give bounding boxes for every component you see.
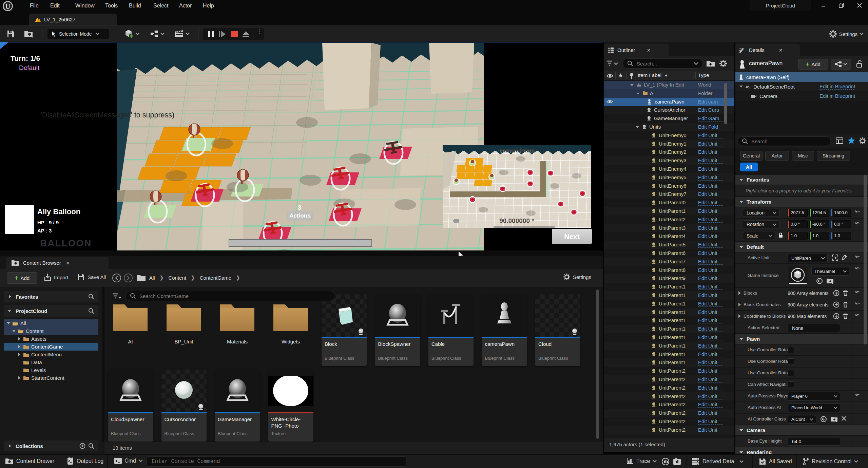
reset-to-default-icon[interactable]	[855, 290, 861, 295]
edit-blueprint-link[interactable]: Edit Unit	[698, 410, 723, 416]
snapshot-icon[interactable]	[673, 457, 682, 466]
section-header-default[interactable]: Default	[735, 242, 868, 252]
section-header-transform[interactable]: Transform	[735, 197, 868, 207]
viewport[interactable]: 'DisableAllScreenMessages' to suppress) …	[0, 42, 603, 256]
pin-column-icon[interactable]	[629, 73, 634, 79]
forward-button[interactable]	[123, 273, 133, 283]
play-options-kebab-icon[interactable]: ⋮	[256, 30, 262, 33]
outliner-row-a[interactable]: AFolder	[604, 89, 734, 98]
edit-blueprint-link[interactable]: Edit Unit	[698, 385, 723, 391]
transform-scale-y[interactable]: 1.0	[809, 232, 829, 240]
outliner-row-unitparent1[interactable]: UnitParent1Edit Unit	[604, 358, 734, 367]
edit-blueprint-link[interactable]: Edit cam	[698, 99, 723, 105]
edit-blueprint-link[interactable]: Edit Unit	[698, 418, 723, 425]
favorites-star-icon[interactable]	[847, 137, 855, 145]
edit-blueprint-link[interactable]: Edit Fold	[698, 124, 723, 130]
next-button[interactable]: Next	[552, 229, 592, 244]
reset-to-default-icon[interactable]	[855, 266, 861, 272]
edit-blueprint-link[interactable]: Edit Unit	[698, 351, 723, 357]
outliner-row-unitenemy1[interactable]: UnitEnemy1Edit Unit	[604, 140, 734, 148]
filter-chip-general[interactable]: General	[740, 151, 763, 161]
edit-blueprint-link[interactable]: Edit Unit	[698, 427, 723, 433]
menu-select[interactable]: Select	[153, 3, 168, 9]
outliner-row-units[interactable]: UnitsEdit Fold	[604, 123, 734, 131]
browse-to-asset-icon[interactable]	[830, 416, 838, 422]
select-actor-icon[interactable]	[832, 254, 838, 261]
active-unit-dropdown[interactable]: UnitParen	[788, 254, 828, 262]
ai-controller-class-dropdown[interactable]: AICont	[788, 415, 816, 424]
asset-card-cloudspawner[interactable]: CloudSpawnerBlueprint Class	[108, 370, 153, 442]
asset-card-gamemanager[interactable]: GameManagerBlueprint Class	[215, 370, 260, 442]
outliner-row-cursoranchor[interactable]: CursorAnchorEdit Curs	[604, 106, 734, 114]
edit-in-blueprint-link[interactable]: Edit in Blueprint	[819, 83, 855, 90]
outliner-row-unitparent7[interactable]: UnitParent7Edit Unit	[604, 258, 734, 266]
add-button[interactable]: + Add	[7, 272, 37, 284]
derived-data-button[interactable]: Derived Data	[691, 457, 744, 466]
breadcrumb-contentgame[interactable]: ContentGame	[200, 275, 231, 281]
outliner-row-unitparent3[interactable]: UnitParent3Edit Unit	[604, 224, 734, 232]
folder-widgets[interactable]: Widgets	[268, 298, 313, 371]
checkbox[interactable]	[788, 381, 794, 388]
outliner-row-unitparent1[interactable]: UnitParent1Edit Unit	[604, 283, 734, 291]
use-selected-icon[interactable]	[816, 278, 823, 284]
transform-scale-dropdown[interactable]: Scale	[743, 232, 775, 240]
edit-blueprint-link[interactable]: Edit Unit	[698, 259, 723, 265]
edit-blueprint-link[interactable]: Edit Unit	[698, 376, 723, 382]
asset-card-cloud[interactable]: CloudBlueprint Class	[535, 294, 580, 366]
output-log-button[interactable]: Output Log	[66, 457, 103, 465]
outliner-row-unitparent8[interactable]: UnitParent8Edit Unit	[604, 266, 734, 275]
delete-all-icon[interactable]	[843, 301, 848, 308]
section-header-favorites[interactable]: Favorites	[735, 175, 868, 185]
outliner-row-unitparent6[interactable]: UnitParent6Edit Unit	[604, 249, 734, 258]
outliner-tab[interactable]: Outliner ✕	[604, 44, 669, 56]
outliner-scrollbar[interactable]	[724, 83, 727, 124]
outliner-row-unitenemy0[interactable]: UnitEnemy0Edit Unit	[604, 131, 734, 140]
outliner-row-unitenemy4[interactable]: UnitEnemy4Edit Unit	[604, 165, 734, 173]
asset-card-blockspawner[interactable]: BlockSpawnerBlueprint Class	[375, 294, 420, 366]
eye-column-icon[interactable]	[606, 73, 613, 78]
outliner-row-unitparent2[interactable]: UnitParent2Edit Unit	[604, 216, 734, 224]
asset-card-cursoranchor[interactable]: CursorAnchorBlueprint Class	[161, 370, 207, 442]
outliner-row-unitparent1[interactable]: UnitParent1Edit Unit	[604, 316, 734, 325]
tree-item-startercontent[interactable]: StarterContent	[4, 374, 98, 382]
tree-item-data[interactable]: Data	[4, 358, 98, 366]
add-element-icon[interactable]	[833, 313, 840, 319]
scale-lock-icon[interactable]	[778, 232, 783, 238]
details-scrollbar[interactable]	[864, 175, 867, 344]
outliner-row-unitparent9[interactable]: UnitParent9Edit Unit	[604, 274, 734, 283]
edit-blueprint-link[interactable]: Edit Unit	[698, 301, 723, 307]
tree-item-levels[interactable]: Levels	[4, 366, 98, 374]
unlock-icon[interactable]	[856, 60, 863, 69]
collapse-arrow-icon[interactable]	[630, 84, 634, 87]
favorites-header[interactable]: Favorites	[4, 291, 98, 302]
checkbox[interactable]	[788, 370, 794, 376]
outliner-close-icon[interactable]: ✕	[647, 48, 651, 53]
reset-to-default-icon[interactable]	[855, 313, 861, 318]
reset-to-default-icon[interactable]	[855, 255, 861, 260]
edit-blueprint-link[interactable]: Edit Unit	[698, 225, 723, 231]
outliner-row-unitparent1[interactable]: UnitParent1Edit Unit	[604, 333, 734, 342]
reset-to-default-icon[interactable]	[855, 210, 861, 215]
save-all-button[interactable]: Save All	[77, 273, 106, 281]
folder-materials[interactable]: Materials	[215, 298, 260, 371]
asset-card-block[interactable]: BlockBlueprint Class	[322, 294, 367, 366]
outliner-row-unitparent2[interactable]: UnitParent2Edit Unit	[604, 375, 734, 384]
expand-arrow-icon[interactable]	[738, 303, 741, 306]
reset-to-default-icon[interactable]	[855, 393, 861, 398]
cmd-selector[interactable]: Cmd	[114, 457, 143, 465]
chevron-down-icon[interactable]	[694, 62, 698, 65]
pause-button[interactable]	[207, 31, 215, 38]
folder-bp_unit[interactable]: BP_Unit	[161, 298, 207, 371]
new-folder-icon[interactable]	[706, 60, 715, 67]
edit-blueprint-link[interactable]: Edit Unit	[698, 284, 723, 290]
toolbar-settings-button[interactable]: Settings	[829, 30, 864, 38]
edit-blueprint-link[interactable]: Edit Unit	[698, 309, 723, 315]
transform-rotation-dropdown[interactable]: Rotation	[743, 220, 779, 228]
browse-to-asset-icon[interactable]	[826, 278, 834, 284]
edit-blueprint-link[interactable]: Edit Unit	[698, 157, 723, 164]
close-button[interactable]	[856, 2, 863, 9]
transform-scale-z[interactable]: 1.0	[831, 232, 851, 240]
import-button[interactable]: Import	[43, 273, 69, 282]
trace-button[interactable]: Trace	[626, 457, 657, 465]
insights-icon[interactable]	[661, 457, 670, 466]
